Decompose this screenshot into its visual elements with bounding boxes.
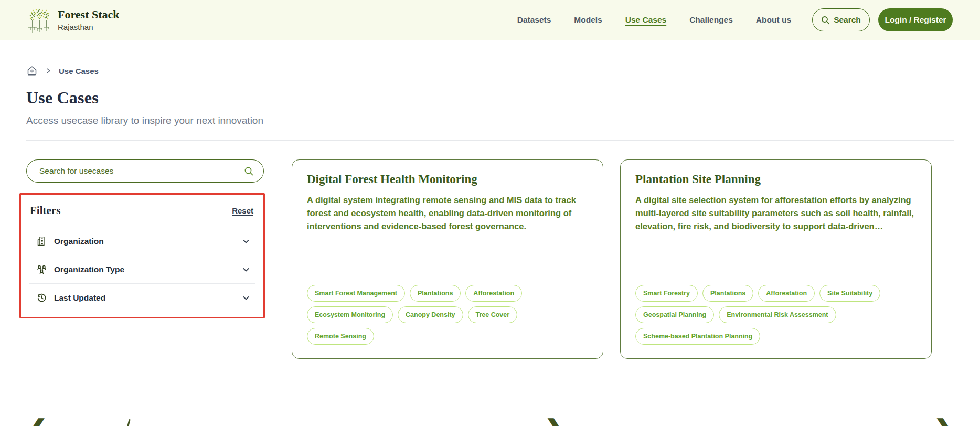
search-input-icon[interactable] (244, 166, 254, 176)
usecase-card[interactable]: Plantation Site PlanningA digital site s… (620, 159, 932, 359)
tag-pill[interactable]: Plantations (702, 285, 753, 302)
usecase-search-input[interactable] (39, 166, 244, 176)
filters-list: OrganizationOrganization TypeLast Update… (29, 227, 255, 312)
filters-panel-highlighted: Filters Reset OrganizationOrganization T… (19, 193, 265, 318)
carousel-prev-arrow[interactable]: ❮ (27, 417, 48, 426)
filter-sidebar: Filters Reset OrganizationOrganization T… (26, 159, 267, 359)
building-icon (36, 236, 47, 247)
tag-pill[interactable]: Geospatial Planning (635, 306, 714, 323)
home-icon[interactable] (26, 65, 38, 77)
usecase-card-title: Plantation Site Planning (635, 173, 917, 186)
tag-pill[interactable]: Ecosystem Monitoring (307, 306, 393, 323)
brand-subtitle: Rajasthan (58, 23, 120, 31)
top-navbar: Forest Stack Rajasthan DatasetsModelsUse… (0, 0, 980, 40)
tag-pill[interactable]: Plantations (410, 285, 461, 302)
filter-accordion-organization[interactable]: Organization (29, 227, 255, 255)
search-button[interactable]: Search (812, 8, 870, 31)
filters-title: Filters (30, 204, 60, 217)
carousel-next-arrow-partial[interactable] (126, 419, 130, 426)
main-content: Use Cases Use Cases Access usecase libra… (0, 65, 980, 359)
filter-label: Organization Type (54, 265, 235, 274)
tag-pill[interactable]: Tree Cover (468, 306, 518, 323)
page-title: Use Cases (26, 88, 954, 108)
breadcrumb-current[interactable]: Use Cases (59, 67, 99, 76)
filter-label: Last Updated (54, 293, 235, 303)
login-register-label: Login / Register (885, 15, 946, 25)
org-type-icon (36, 264, 47, 275)
history-icon (36, 292, 47, 303)
main-nav: DatasetsModelsUse CasesChallengesAbout u… (517, 15, 791, 25)
chevron-down-icon (242, 237, 250, 246)
tag-pill[interactable]: Canopy Density (398, 306, 463, 323)
tag-pill[interactable]: Remote Sensing (307, 328, 374, 345)
filter-accordion-organization-type[interactable]: Organization Type (29, 255, 255, 284)
tag-pill[interactable]: Afforestation (758, 285, 815, 302)
login-register-button[interactable]: Login / Register (878, 8, 953, 31)
forest-stack-logo-icon (27, 6, 51, 34)
tag-pill[interactable]: Environmental Risk Assessment (719, 306, 836, 323)
tag-pill[interactable]: Smart Forestry (635, 285, 698, 302)
usecase-card[interactable]: Digital Forest Health MonitoringA digita… (292, 159, 603, 359)
filter-accordion-last-updated[interactable]: Last Updated (29, 284, 255, 312)
search-button-label: Search (834, 15, 861, 25)
carousel-next-arrow[interactable]: ❯ (545, 417, 565, 426)
tag-pill[interactable]: Smart Forest Management (307, 285, 405, 302)
carousel-next-arrow-2[interactable]: ❯ (934, 417, 954, 426)
chevron-down-icon (242, 265, 250, 274)
usecase-card-description: A digital site selection system for affo… (635, 194, 917, 233)
usecase-card-description: A digital system integrating remote sens… (307, 194, 588, 233)
section-divider (26, 140, 954, 141)
breadcrumb: Use Cases (26, 65, 954, 77)
usecase-search-field[interactable] (26, 159, 264, 183)
brand-logo[interactable]: Forest Stack Rajasthan (27, 6, 120, 34)
filter-label: Organization (54, 237, 235, 246)
nav-link-use-cases[interactable]: Use Cases (625, 15, 666, 25)
filters-reset-button[interactable]: Reset (232, 206, 253, 215)
tag-pill[interactable]: Scheme-based Plantation Planning (635, 328, 760, 345)
nav-link-about-us[interactable]: About us (756, 15, 791, 25)
breadcrumb-chevron-icon (45, 68, 51, 74)
search-icon (821, 16, 830, 25)
tag-pill[interactable]: Site Suitability (819, 285, 880, 302)
nav-link-datasets[interactable]: Datasets (517, 15, 551, 25)
usecase-card-title: Digital Forest Health Monitoring (307, 173, 588, 186)
usecase-card-tags: Smart ForestryPlantationsAfforestationSi… (635, 285, 917, 345)
nav-link-models[interactable]: Models (574, 15, 602, 25)
chevron-down-icon (242, 294, 250, 302)
brand-title: Forest Stack (58, 8, 120, 21)
page-subtitle: Access usecase library to inspire your n… (26, 115, 954, 126)
tag-pill[interactable]: Afforestation (465, 285, 522, 302)
usecase-card-tags: Smart Forest ManagementPlantationsAffore… (307, 285, 588, 345)
nav-link-challenges[interactable]: Challenges (689, 15, 733, 25)
usecase-cards: Digital Forest Health MonitoringA digita… (292, 159, 932, 359)
